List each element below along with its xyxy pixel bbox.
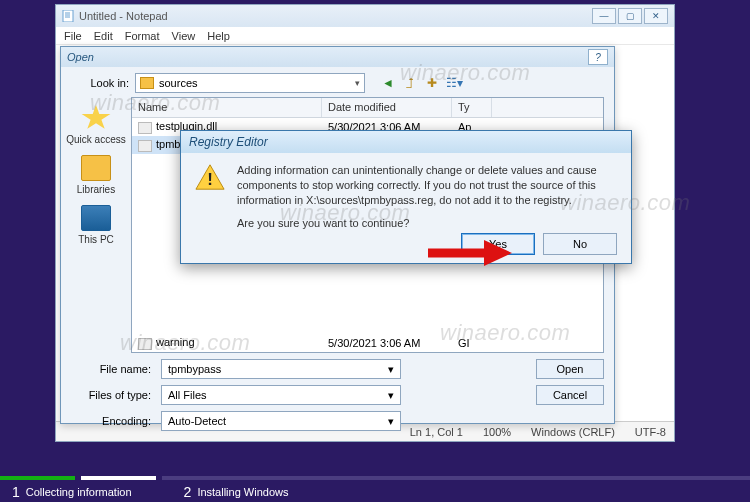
place-label: Libraries: [77, 184, 115, 195]
look-in-combo[interactable]: sources ▾: [135, 73, 365, 93]
file-name: warning: [156, 336, 195, 348]
notepad-icon: [62, 10, 74, 22]
warning-icon: !: [195, 163, 225, 191]
col-name[interactable]: Name: [132, 98, 322, 117]
menu-edit[interactable]: Edit: [94, 30, 113, 42]
setup-step-labels: 1 Collecting information 2 Installing Wi…: [0, 482, 750, 502]
step-label: Collecting information: [26, 486, 132, 498]
encoding-value: Auto-Detect: [168, 415, 226, 427]
monitor-icon: [81, 205, 111, 231]
place-label: This PC: [78, 234, 114, 245]
progress-step1: [0, 476, 75, 480]
open-dialog-title: Open: [67, 51, 94, 63]
setup-progress: [0, 476, 750, 480]
registry-dialog-titlebar[interactable]: Registry Editor: [181, 131, 631, 153]
file-list-header[interactable]: Name Date modified Ty: [132, 98, 603, 118]
chevron-down-icon: ▾: [355, 78, 360, 88]
close-button[interactable]: ✕: [644, 8, 668, 24]
svg-rect-0: [63, 10, 73, 22]
step-label: Installing Windows: [197, 486, 288, 498]
file-name-value: tpmbypass: [168, 363, 221, 375]
file-icon: [138, 140, 152, 152]
file-name-label: File name:: [71, 363, 151, 375]
file-type: GI: [452, 337, 492, 349]
place-quick-access[interactable]: Quick access: [66, 105, 125, 145]
progress-step2: [81, 476, 156, 480]
open-button[interactable]: Open: [536, 359, 604, 379]
star-icon: [81, 105, 111, 131]
encoding-combo[interactable]: Auto-Detect▾: [161, 411, 401, 431]
look-in-row: Look in: sources ▾ ◄ ⮥ ✚ ☷▾: [61, 67, 614, 97]
minimize-button[interactable]: —: [592, 8, 616, 24]
registry-dialog-body: Adding information can unintentionally c…: [237, 163, 617, 208]
no-button[interactable]: No: [543, 233, 617, 255]
yes-button[interactable]: Yes: [461, 233, 535, 255]
col-date[interactable]: Date modified: [322, 98, 452, 117]
file-type-value: All Files: [168, 389, 207, 401]
dialog-help-button[interactable]: ?: [588, 49, 608, 65]
menu-help[interactable]: Help: [207, 30, 230, 42]
registry-dialog-title: Registry Editor: [189, 135, 268, 149]
step-number: 1: [12, 484, 20, 500]
notepad-menubar: File Edit Format View Help: [56, 27, 674, 45]
chevron-down-icon: ▾: [388, 363, 394, 376]
back-icon[interactable]: ◄: [379, 74, 397, 92]
notepad-title: Untitled - Notepad: [79, 10, 168, 22]
file-name-input[interactable]: tpmbypass▾: [161, 359, 401, 379]
place-libraries[interactable]: Libraries: [77, 155, 115, 195]
views-icon[interactable]: ☷▾: [445, 74, 463, 92]
menu-view[interactable]: View: [172, 30, 196, 42]
status-enc: UTF-8: [635, 426, 666, 438]
place-label: Quick access: [66, 134, 125, 145]
maximize-button[interactable]: ▢: [618, 8, 642, 24]
registry-editor-dialog: Registry Editor ! Adding information can…: [180, 130, 632, 264]
menu-format[interactable]: Format: [125, 30, 160, 42]
up-icon[interactable]: ⮥: [401, 74, 419, 92]
place-this-pc[interactable]: This PC: [78, 205, 114, 245]
look-in-label: Look in:: [71, 77, 129, 89]
registry-dialog-confirm: Are you sure you want to continue?: [237, 216, 617, 231]
step-number: 2: [184, 484, 192, 500]
open-dialog-titlebar[interactable]: Open ?: [61, 47, 614, 67]
chevron-down-icon: ▾: [388, 415, 394, 428]
encoding-label: Encoding:: [71, 415, 151, 427]
places-bar: Quick access Libraries This PC: [61, 97, 131, 353]
new-folder-icon[interactable]: ✚: [423, 74, 441, 92]
cancel-button[interactable]: Cancel: [536, 385, 604, 405]
file-type-combo[interactable]: All Files▾: [161, 385, 401, 405]
file-date: 5/30/2021 3:06 AM: [322, 337, 452, 349]
svg-text:!: !: [207, 170, 213, 189]
menu-file[interactable]: File: [64, 30, 82, 42]
notepad-titlebar[interactable]: Untitled - Notepad — ▢ ✕: [56, 5, 674, 27]
file-type-label: Files of type:: [71, 389, 151, 401]
chevron-down-icon: ▾: [388, 389, 394, 402]
col-type[interactable]: Ty: [452, 98, 492, 117]
file-icon: [138, 122, 152, 134]
folder-icon: [81, 155, 111, 181]
folder-icon: [140, 77, 154, 89]
look-in-value: sources: [159, 77, 198, 89]
file-row[interactable]: warning 5/30/2021 3:06 AM GI: [132, 334, 603, 352]
file-icon: [138, 338, 152, 350]
